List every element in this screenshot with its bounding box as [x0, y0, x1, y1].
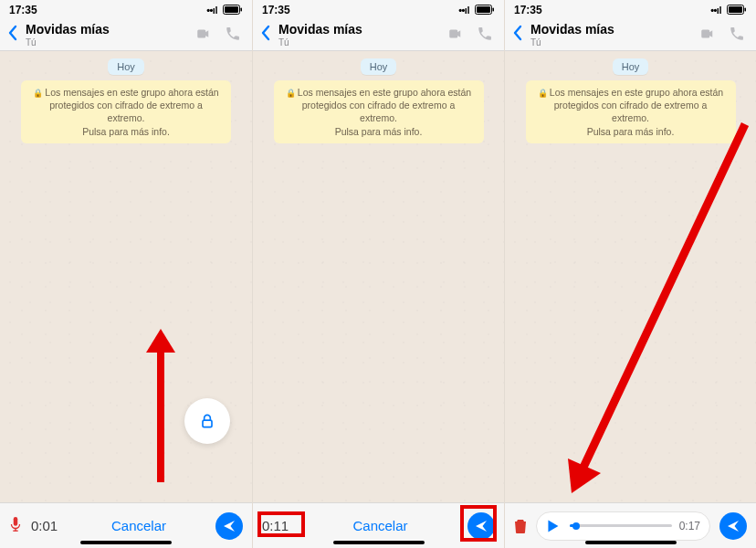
annotation-arrow-diagonal — [541, 115, 756, 499]
date-pill: Hoy — [613, 58, 649, 75]
signal-icon: ••ıl — [710, 5, 721, 16]
recording-timer: 0:11 — [262, 518, 293, 533]
battery-icon — [475, 5, 495, 16]
battery-icon — [727, 5, 747, 16]
svg-rect-3 — [203, 420, 212, 427]
nav-bar: Movidas mías Tú — [505, 20, 756, 51]
svg-rect-11 — [493, 7, 495, 11]
status-indicators: ••ıl — [206, 5, 243, 16]
voice-preview-pill: 0:17 — [536, 511, 710, 541]
back-button[interactable] — [512, 23, 527, 48]
svg-marker-16 — [568, 458, 601, 493]
microphone-icon — [9, 516, 22, 536]
delete-voice-button[interactable] — [514, 519, 527, 533]
status-bar: 17:35 ••ıl — [253, 0, 504, 20]
svg-rect-14 — [745, 7, 747, 11]
nav-bar: Movidas mías Tú — [0, 20, 252, 51]
chat-title-block[interactable]: Movidas mías Tú — [530, 23, 699, 47]
call-icons — [195, 26, 245, 46]
video-call-icon[interactable] — [447, 26, 464, 46]
svg-marker-5 — [146, 329, 175, 353]
signal-icon: ••ıl — [206, 5, 217, 16]
voice-call-icon[interactable] — [225, 26, 241, 46]
chat-body: Hoy 🔒Los mensajes en este grupo ahora es… — [0, 51, 252, 502]
voice-call-icon[interactable] — [477, 26, 493, 46]
call-icons — [447, 26, 497, 46]
chat-title-block[interactable]: Movidas mías Tú — [278, 23, 447, 47]
cancel-button[interactable]: Cancelar — [302, 518, 458, 533]
video-call-icon[interactable] — [699, 26, 716, 46]
status-indicators: ••ıl — [710, 5, 747, 16]
chat-subtitle: Tú — [530, 37, 699, 47]
voice-call-icon[interactable] — [729, 26, 745, 46]
lock-icon: 🔒 — [538, 89, 548, 98]
screenshot-step-2: 17:35 ••ıl Movidas mías Tú Hoy 🔒Los mens… — [252, 0, 504, 548]
svg-rect-10 — [477, 6, 490, 13]
chat-body: Hoy 🔒Los mensajes en este grupo ahora es… — [505, 51, 756, 502]
date-pill: Hoy — [108, 58, 144, 75]
encryption-notice[interactable]: 🔒Los mensajes en este grupo ahora están … — [21, 80, 231, 143]
home-indicator — [585, 541, 677, 544]
svg-line-15 — [581, 124, 745, 473]
signal-icon: ••ıl — [458, 5, 469, 16]
svg-marker-17 — [548, 520, 558, 532]
send-voice-button[interactable] — [215, 512, 243, 540]
encryption-notice[interactable]: 🔒Los mensajes en este grupo ahora están … — [274, 80, 484, 143]
annotation-arrow-up — [133, 329, 188, 484]
date-pill: Hoy — [361, 58, 397, 75]
battery-icon — [223, 5, 243, 16]
chat-body: Hoy 🔒Los mensajes en este grupo ahora es… — [253, 51, 504, 502]
chat-title: Movidas mías — [530, 23, 699, 37]
back-button[interactable] — [7, 23, 22, 48]
lock-icon: 🔒 — [286, 89, 296, 98]
chat-subtitle: Tú — [26, 37, 195, 47]
status-time: 17:35 — [9, 4, 37, 16]
svg-rect-2 — [241, 7, 243, 11]
recording-timer: 0:01 — [31, 518, 62, 533]
svg-rect-13 — [729, 6, 742, 13]
lock-icon: 🔒 — [33, 89, 43, 98]
home-indicator — [333, 541, 425, 544]
voice-scrubber[interactable] — [570, 524, 672, 527]
scrubber-thumb[interactable] — [572, 522, 580, 530]
send-voice-button[interactable] — [467, 512, 495, 540]
call-icons — [699, 26, 749, 46]
video-call-icon[interactable] — [195, 26, 212, 46]
cancel-button[interactable]: Cancelar — [71, 518, 206, 533]
status-time: 17:35 — [514, 4, 542, 16]
chat-title: Movidas mías — [278, 23, 447, 37]
voice-lock-bubble[interactable] — [184, 398, 230, 444]
chat-title-block[interactable]: Movidas mías Tú — [26, 23, 195, 47]
status-time: 17:35 — [262, 4, 290, 16]
nav-bar: Movidas mías Tú — [253, 20, 504, 51]
send-voice-button[interactable] — [719, 512, 747, 540]
status-bar: 17:35 ••ıl — [505, 0, 756, 20]
status-indicators: ••ıl — [458, 5, 495, 16]
back-button[interactable] — [260, 23, 275, 48]
chat-subtitle: Tú — [278, 37, 447, 47]
chat-title: Movidas mías — [26, 23, 195, 37]
svg-rect-1 — [225, 6, 238, 13]
home-indicator — [80, 541, 172, 544]
svg-rect-6 — [14, 516, 18, 525]
encryption-notice[interactable]: 🔒Los mensajes en este grupo ahora están … — [526, 80, 736, 143]
screenshot-step-3: 17:35 ••ıl Movidas mías Tú Hoy 🔒Los mens… — [504, 0, 756, 548]
status-bar: 17:35 ••ıl — [0, 0, 252, 20]
screenshot-step-1: 17:35 ••ıl Movidas mías Tú Hoy 🔒Los mens… — [0, 0, 252, 548]
voice-duration: 0:17 — [679, 520, 700, 532]
play-button[interactable] — [542, 516, 562, 536]
